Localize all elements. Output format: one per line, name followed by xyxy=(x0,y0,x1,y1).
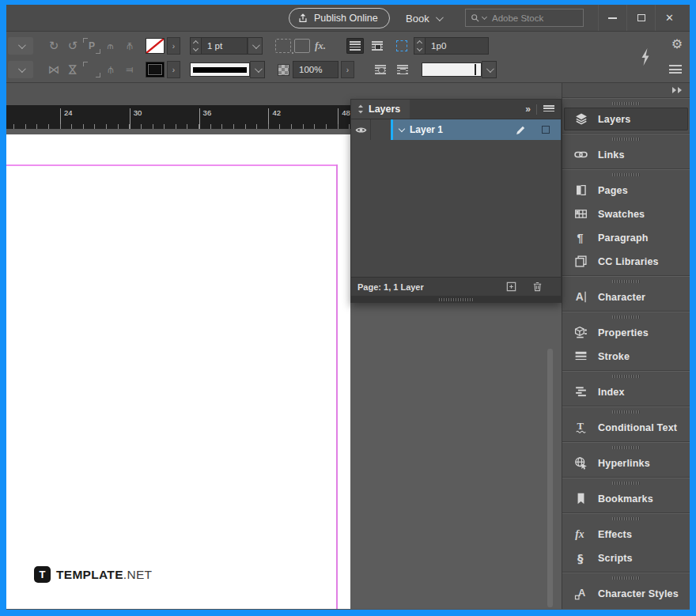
dock-item-cc-libraries[interactable]: CC Libraries xyxy=(564,250,688,273)
dock-item-links[interactable]: Links xyxy=(564,143,688,166)
dock-item-paragraph[interactable]: ¶Paragraph xyxy=(564,226,688,249)
stroke-style-preview[interactable] xyxy=(190,62,250,77)
conditional-text-icon: T xyxy=(573,421,588,435)
dock-item-scripts[interactable]: §Scripts xyxy=(564,546,688,569)
control-bar-menu-icon[interactable] xyxy=(669,65,682,74)
opacity-checker-icon[interactable] xyxy=(278,64,289,76)
collapse-dock-button[interactable] xyxy=(562,83,690,97)
distribute-horizontal-icon[interactable]: ⫚ xyxy=(120,36,139,55)
object-style-preview[interactable] xyxy=(422,62,482,77)
dock-item-label: Scripts xyxy=(598,553,633,564)
links-icon xyxy=(573,148,588,162)
jump-object-icon[interactable] xyxy=(394,62,411,77)
selection-proxy-icon[interactable] xyxy=(396,40,407,51)
object-style-dropdown[interactable] xyxy=(482,61,497,78)
zoom-expand-button[interactable]: › xyxy=(341,61,354,78)
eye-icon xyxy=(355,124,367,136)
dock-group-grip[interactable] xyxy=(612,482,641,485)
transform-proxy[interactable] xyxy=(82,61,101,78)
zoom-level-field[interactable]: 100% xyxy=(293,61,339,78)
text-wrap-none-icon[interactable] xyxy=(346,38,364,54)
baseline-offset-field[interactable]: 1p0 xyxy=(426,37,489,55)
adobe-stock-search-input[interactable]: Adobe Stock xyxy=(465,9,584,27)
publish-online-button[interactable]: Publish Online xyxy=(289,8,390,28)
stroke-weight-dropdown[interactable] xyxy=(248,37,263,55)
dock-group-grip[interactable] xyxy=(612,102,641,105)
dock-group-grip[interactable] xyxy=(612,173,641,176)
dock-item-label: Hyperlinks xyxy=(598,458,650,469)
layer-row[interactable]: Layer 1 xyxy=(351,119,561,140)
dock-item-pages[interactable]: Pages xyxy=(564,179,688,202)
preset-dropdown-bottom[interactable] xyxy=(8,61,33,78)
stroke-weight-field[interactable]: 1 pt xyxy=(202,37,248,55)
stroke-style-dropdown[interactable] xyxy=(250,61,265,78)
stroke-swatch-none[interactable] xyxy=(146,38,165,54)
dock-group-grip[interactable] xyxy=(612,446,641,449)
fill-swatch-expand-button[interactable]: › xyxy=(167,61,180,78)
dock-group-grip[interactable] xyxy=(612,316,641,319)
fill-swatch-black[interactable] xyxy=(146,62,165,77)
layer-lock-cell[interactable] xyxy=(371,119,391,140)
rotate-ccw-icon[interactable]: ↺ xyxy=(63,36,82,55)
panel-overflow-icon[interactable]: » xyxy=(525,104,530,115)
dock-item-index[interactable]: Index xyxy=(564,380,688,403)
panel-menu-icon[interactable] xyxy=(543,105,554,113)
dock-item-properties[interactable]: Properties xyxy=(564,321,688,344)
effects-fx-button[interactable]: fx. xyxy=(312,40,329,52)
wrap-around-object-icon[interactable] xyxy=(372,62,389,77)
window-controls: ✕ xyxy=(598,5,683,31)
preset-dropdown-top[interactable] xyxy=(8,37,33,55)
layer-expand-chevron-icon[interactable] xyxy=(399,125,405,131)
layer-name[interactable]: Layer 1 xyxy=(410,124,443,135)
vertical-scrollbar[interactable] xyxy=(547,349,553,607)
flip-horizontal-icon[interactable]: ⋈ xyxy=(44,60,63,79)
dock-item-effects[interactable]: fxEffects xyxy=(564,523,688,546)
layer-selection-square[interactable] xyxy=(542,126,550,134)
dock-item-conditional-text[interactable]: TConditional Text xyxy=(564,416,688,439)
template-net-logo: T xyxy=(34,566,51,583)
distribute-objects-icon[interactable]: ⫤ xyxy=(120,60,139,79)
book-menu[interactable]: Book xyxy=(399,8,448,28)
stroke-swatch-expand-button[interactable]: › xyxy=(167,37,180,55)
dock-item-hyperlinks[interactable]: Hyperlinks xyxy=(564,452,688,474)
jump-lines-icon xyxy=(397,65,408,74)
minimize-button[interactable] xyxy=(598,5,626,31)
new-layer-icon[interactable] xyxy=(505,281,517,293)
maximize-button[interactable] xyxy=(626,5,655,31)
collapse-arrows-icon xyxy=(678,87,682,93)
dock-item-swatches[interactable]: Swatches xyxy=(564,202,688,225)
layer-row-selected[interactable]: Layer 1 xyxy=(393,119,561,140)
baseline-offset-stepper[interactable] xyxy=(414,37,426,55)
gear-icon[interactable]: ⚙ xyxy=(671,36,683,51)
stroke-weight-stepper[interactable] xyxy=(190,37,202,55)
frame-icon[interactable] xyxy=(294,39,310,53)
rotate-cw-icon[interactable]: ↻ xyxy=(44,36,63,55)
dock-item-bookmarks[interactable]: Bookmarks xyxy=(564,487,688,510)
quick-actions-bolt-icon[interactable] xyxy=(639,47,652,66)
layers-panel-tab[interactable]: Layers xyxy=(351,100,410,119)
delete-layer-trash-icon[interactable] xyxy=(531,281,543,293)
text-wrap-bounding-icon[interactable] xyxy=(369,38,386,54)
search-icon xyxy=(471,13,480,23)
align-objects-icon[interactable]: ⫛ xyxy=(101,60,120,79)
corner-options-icon[interactable] xyxy=(275,39,291,53)
distribute-vertical-icon[interactable]: ⫙ xyxy=(101,36,120,55)
document-page[interactable]: T TEMPLATE.NET xyxy=(6,134,350,609)
dock-item-layers[interactable]: Layers xyxy=(564,108,688,130)
layers-panel-actions xyxy=(505,281,554,293)
dock-item-stroke[interactable]: Stroke xyxy=(564,345,688,368)
dock-group-grip[interactable] xyxy=(612,138,641,141)
flip-vertical-icon[interactable]: ⋈ xyxy=(63,60,82,79)
close-button[interactable]: ✕ xyxy=(655,5,683,31)
dock-item-character-styles[interactable]: ACharacter Styles xyxy=(564,582,688,605)
layer-visibility-toggle[interactable] xyxy=(351,119,371,140)
dock-group-grip[interactable] xyxy=(612,576,641,580)
dock-group-grip[interactable] xyxy=(612,410,641,414)
dock-group-grip[interactable] xyxy=(612,375,641,378)
dock-item-character[interactable]: ACharacter xyxy=(564,285,688,308)
dock-group-grip[interactable] xyxy=(612,280,641,283)
panel-resize-handle[interactable] xyxy=(351,296,561,303)
reference-point-proxy[interactable]: P xyxy=(82,37,101,55)
search-placeholder: Adobe Stock xyxy=(492,13,543,23)
dock-group-grip[interactable] xyxy=(612,517,641,520)
